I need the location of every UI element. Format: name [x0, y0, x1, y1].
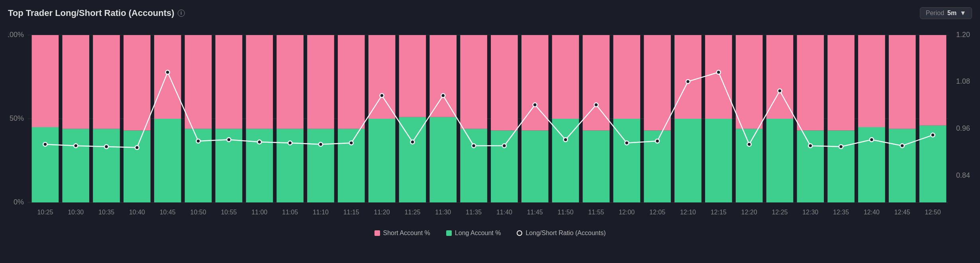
svg-rect-28 [307, 129, 334, 202]
svg-rect-32 [368, 119, 396, 202]
legend-ratio: Long/Short Ratio (Accounts) [517, 230, 606, 237]
svg-rect-23 [216, 35, 243, 129]
svg-text:10:30: 10:30 [68, 209, 84, 216]
svg-rect-16 [123, 130, 151, 202]
svg-point-79 [319, 142, 323, 146]
svg-rect-54 [705, 119, 732, 202]
svg-point-92 [717, 70, 721, 74]
svg-text:12:20: 12:20 [741, 209, 757, 216]
svg-rect-60 [797, 130, 824, 202]
svg-point-90 [655, 139, 659, 143]
svg-point-94 [778, 89, 782, 93]
svg-point-76 [227, 138, 231, 142]
svg-text:11:30: 11:30 [435, 209, 451, 216]
svg-rect-62 [827, 130, 855, 202]
svg-point-78 [288, 141, 292, 145]
svg-point-98 [900, 144, 904, 148]
svg-point-84 [472, 144, 476, 148]
svg-rect-26 [276, 129, 304, 202]
svg-rect-63 [827, 35, 855, 130]
ratio-color-swatch [517, 230, 522, 236]
chart-title: Top Trader Long/Short Ratio (Accounts) i [8, 8, 185, 18]
chart-header: Top Trader Long/Short Ratio (Accounts) i… [8, 7, 972, 19]
svg-text:11:35: 11:35 [466, 209, 482, 216]
svg-text:12:25: 12:25 [772, 209, 788, 216]
svg-rect-38 [460, 129, 487, 202]
svg-rect-59 [766, 35, 794, 119]
svg-text:12:05: 12:05 [649, 209, 665, 216]
svg-rect-53 [674, 35, 702, 119]
svg-rect-46 [583, 130, 610, 202]
svg-rect-44 [552, 119, 579, 202]
svg-point-80 [349, 141, 353, 145]
period-value: 5m [947, 10, 956, 17]
svg-rect-12 [62, 129, 89, 202]
svg-point-95 [808, 144, 812, 148]
svg-text:12:45: 12:45 [894, 209, 910, 216]
period-label: Period [926, 10, 944, 17]
svg-rect-10 [32, 127, 59, 202]
svg-rect-49 [613, 35, 640, 119]
svg-text:0.96: 0.96 [956, 124, 970, 132]
svg-text:10:55: 10:55 [221, 209, 237, 216]
svg-rect-17 [123, 35, 151, 130]
chart-legend: Short Account % Long Account % Long/Shor… [8, 230, 972, 237]
svg-text:10:35: 10:35 [98, 209, 114, 216]
svg-rect-37 [429, 35, 457, 117]
chart-area: 100% 50% 0% 1.20 1.08 0.96 0.84 10:2510:… [8, 23, 972, 226]
svg-rect-57 [736, 35, 763, 129]
svg-text:12:35: 12:35 [833, 209, 849, 216]
svg-text:10:25: 10:25 [37, 209, 53, 216]
legend-short: Short Account % [374, 230, 430, 237]
svg-text:12:40: 12:40 [864, 209, 880, 216]
svg-rect-11 [32, 35, 59, 127]
svg-point-93 [747, 142, 751, 146]
svg-text:12:50: 12:50 [925, 209, 941, 216]
svg-rect-40 [491, 130, 518, 202]
legend-long: Long Account % [446, 230, 501, 237]
svg-point-71 [74, 144, 78, 148]
svg-rect-21 [185, 35, 212, 129]
svg-rect-52 [674, 119, 702, 202]
period-selector[interactable]: Period 5m ▼ [920, 7, 972, 19]
svg-rect-35 [399, 35, 426, 117]
chevron-down-icon: ▼ [960, 10, 966, 17]
svg-rect-27 [276, 35, 304, 129]
legend-long-label: Long Account % [455, 230, 501, 237]
svg-rect-45 [552, 35, 579, 119]
svg-text:1.08: 1.08 [956, 77, 970, 85]
svg-rect-15 [93, 35, 120, 129]
svg-point-89 [625, 141, 629, 145]
svg-point-87 [564, 138, 568, 142]
svg-text:1.20: 1.20 [956, 31, 970, 39]
svg-rect-61 [797, 35, 824, 130]
svg-rect-29 [307, 35, 334, 129]
svg-point-73 [135, 145, 139, 149]
svg-text:12:10: 12:10 [680, 209, 696, 216]
svg-text:11:25: 11:25 [404, 209, 420, 216]
svg-point-75 [196, 139, 200, 143]
svg-text:50%: 50% [10, 114, 24, 122]
svg-rect-51 [644, 35, 671, 130]
svg-rect-66 [889, 129, 916, 202]
info-icon[interactable]: i [178, 10, 185, 17]
svg-text:12:00: 12:00 [619, 209, 635, 216]
svg-point-97 [870, 138, 874, 142]
svg-rect-14 [93, 129, 120, 202]
svg-rect-65 [858, 35, 885, 127]
svg-rect-30 [338, 129, 365, 202]
svg-point-81 [380, 94, 384, 98]
svg-rect-39 [460, 35, 487, 129]
svg-point-77 [257, 140, 261, 144]
svg-text:11:15: 11:15 [343, 209, 359, 216]
svg-text:0%: 0% [14, 198, 24, 206]
svg-rect-42 [521, 130, 549, 202]
svg-point-99 [931, 133, 935, 137]
svg-text:11:40: 11:40 [496, 209, 512, 216]
svg-text:100%: 100% [8, 31, 24, 39]
svg-text:11:00: 11:00 [251, 209, 267, 216]
chart-container: Top Trader Long/Short Ratio (Accounts) i… [0, 0, 980, 263]
svg-text:11:45: 11:45 [527, 209, 543, 216]
legend-short-label: Short Account % [383, 230, 430, 237]
svg-text:11:20: 11:20 [374, 209, 390, 216]
